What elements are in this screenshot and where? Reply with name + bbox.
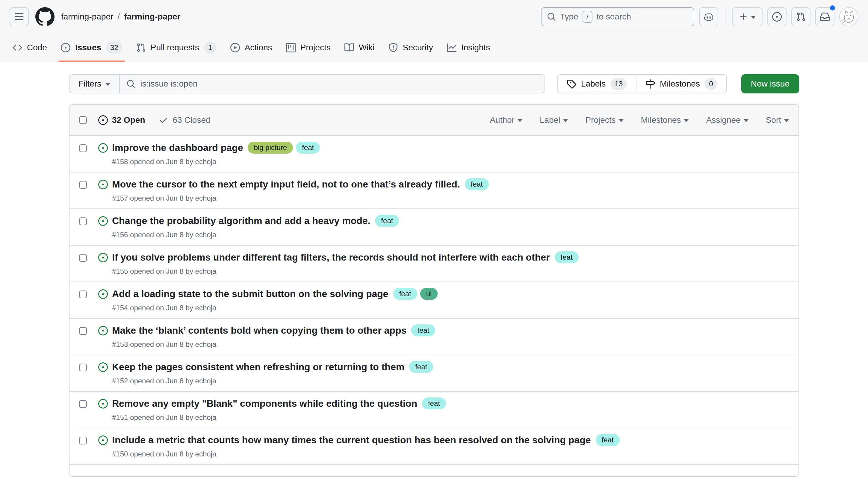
create-new-button[interactable] [732, 7, 763, 26]
inbox-icon [820, 12, 830, 22]
closed-issues-filter[interactable]: 63 Closed [159, 115, 210, 125]
tab-issues[interactable]: Issues 32 [55, 34, 128, 62]
new-issue-button[interactable]: New issue [741, 74, 799, 93]
issue-title[interactable]: Include a metric that counts how many ti… [112, 434, 591, 446]
issue-content: Include a metric that counts how many ti… [112, 434, 620, 458]
label-feat[interactable]: feat [393, 288, 417, 300]
issue-title[interactable]: Make the ‘blank’ contents bold when copy… [112, 324, 406, 337]
issue-content: Keep the pages consistent when refreshin… [112, 360, 433, 385]
label-filter-dropdown[interactable]: Label [540, 115, 568, 125]
hamburger-menu-button[interactable] [9, 7, 29, 26]
select-all-checkbox[interactable] [79, 116, 87, 124]
issue-title[interactable]: Add a loading state to the submit button… [112, 288, 389, 300]
issue-title-line: Change the probability algorithm and add… [112, 215, 399, 227]
issue-select-checkbox[interactable] [79, 145, 87, 152]
projects-filter-dropdown[interactable]: Projects [585, 115, 623, 125]
breadcrumb-repo[interactable]: farming-paper [124, 12, 180, 22]
issue-meta: #153 opened on Jun 8 by echoja [112, 340, 435, 349]
label-feat[interactable]: feat [555, 251, 579, 263]
issue-select-checkbox[interactable] [79, 254, 87, 262]
issue-select-checkbox[interactable] [79, 181, 87, 189]
tab-insights[interactable]: Insights [441, 34, 496, 62]
github-logo-icon[interactable] [35, 7, 55, 26]
issue-title[interactable]: Keep the pages consistent when refreshin… [112, 360, 404, 373]
issues-search-input[interactable] [140, 79, 538, 89]
tab-pull-requests[interactable]: Pull requests 1 [131, 34, 222, 62]
global-search-input[interactable]: Type / to search [541, 7, 694, 26]
copilot-icon [703, 11, 714, 22]
slash-key-hint: / [583, 11, 592, 23]
tab-code[interactable]: Code [7, 34, 53, 62]
label-ui[interactable]: ui [420, 288, 438, 300]
milestone-icon [646, 79, 655, 89]
avatar[interactable] [839, 7, 859, 26]
issue-labels: feat [375, 215, 399, 227]
labels-label: Labels [581, 79, 606, 89]
label-feat[interactable]: feat [375, 215, 399, 227]
tab-projects[interactable]: Projects [281, 34, 336, 62]
tab-wiki[interactable]: Wiki [339, 34, 380, 62]
issues-list-box: 32 Open 63 Closed Author Label [69, 104, 799, 477]
issues-list-header: 32 Open 63 Closed Author Label [69, 105, 799, 136]
label-feat[interactable]: feat [596, 434, 620, 446]
issue-select-checkbox[interactable] [79, 327, 87, 335]
issue-opened-icon [61, 43, 70, 53]
issue-labels: feat [596, 434, 620, 446]
issue-title[interactable]: Improve the dashboard page [112, 141, 243, 154]
issue-title-line: Keep the pages consistent when refreshin… [112, 360, 433, 373]
label-feat[interactable]: feat [422, 397, 446, 409]
issue-select-checkbox[interactable] [79, 290, 87, 298]
issue-row: Change the probability algorithm and add… [69, 209, 799, 245]
open-issues-filter[interactable]: 32 Open [98, 115, 145, 125]
issue-select-checkbox[interactable] [79, 217, 87, 225]
filters-dropdown-button[interactable]: Filters [69, 74, 120, 93]
git-pull-request-icon [136, 43, 146, 53]
issue-meta: #158 opened on Jun 8 by echoja [112, 158, 320, 166]
issue-select-checkbox[interactable] [79, 363, 87, 371]
caret-down-icon [684, 119, 689, 122]
issue-labels: feat [409, 361, 433, 373]
label-feat[interactable]: feat [411, 324, 435, 336]
issue-title[interactable]: Move the cursor to the next empty input … [112, 178, 460, 190]
milestones-filter-dropdown[interactable]: Milestones [641, 115, 689, 125]
issue-row: Include a metric that counts how many ti… [69, 428, 799, 464]
author-filter-dropdown[interactable]: Author [490, 115, 522, 125]
issue-meta: #150 opened on Jun 8 by echoja [112, 450, 620, 458]
copilot-button[interactable] [699, 7, 718, 26]
issue-title[interactable]: Change the probability algorithm and add… [112, 215, 370, 227]
pull-requests-count-badge: 1 [204, 42, 217, 54]
labels-button[interactable]: Labels 13 [558, 75, 636, 93]
inbox-button[interactable] [815, 7, 834, 26]
issue-select-checkbox[interactable] [79, 437, 87, 444]
issue-opened-icon [98, 289, 108, 299]
tab-label: Insights [461, 43, 490, 53]
pull-requests-global-button[interactable] [791, 7, 810, 26]
milestones-button[interactable]: Milestones 0 [636, 75, 726, 93]
shield-icon [389, 43, 398, 53]
label-feat[interactable]: feat [296, 142, 320, 154]
label-feat[interactable]: feat [465, 178, 489, 190]
issue-meta: #156 opened on Jun 8 by echoja [112, 231, 399, 239]
label-feat[interactable]: feat [409, 361, 433, 373]
milestones-count-badge: 0 [705, 78, 717, 90]
issue-title[interactable]: Remove any empty "Blank" components whil… [112, 397, 417, 410]
filters-label: Filters [79, 79, 101, 89]
label-big-picture[interactable]: big picture [248, 142, 293, 154]
tab-security[interactable]: Security [383, 34, 438, 62]
breadcrumb-owner[interactable]: farming-paper [61, 12, 113, 22]
milestones-label: Milestones [660, 79, 700, 89]
labels-count-badge: 13 [611, 78, 627, 90]
tab-actions[interactable]: Actions [225, 34, 278, 62]
issue-opened-icon [98, 326, 108, 336]
caret-down-icon [751, 16, 756, 19]
sort-dropdown[interactable]: Sort [766, 115, 789, 125]
issue-opened-icon [98, 436, 108, 445]
dropdown-label: Label [540, 115, 560, 125]
issue-title[interactable]: If you solve problems under different ta… [112, 251, 550, 263]
issues-count-badge: 32 [106, 42, 123, 54]
issue-select-checkbox[interactable] [79, 400, 87, 408]
issue-content: Change the probability algorithm and add… [112, 215, 399, 239]
issue-row: Move the cursor to the next empty input … [69, 172, 799, 209]
assignee-filter-dropdown[interactable]: Assignee [706, 115, 748, 125]
issues-global-button[interactable] [767, 7, 786, 26]
